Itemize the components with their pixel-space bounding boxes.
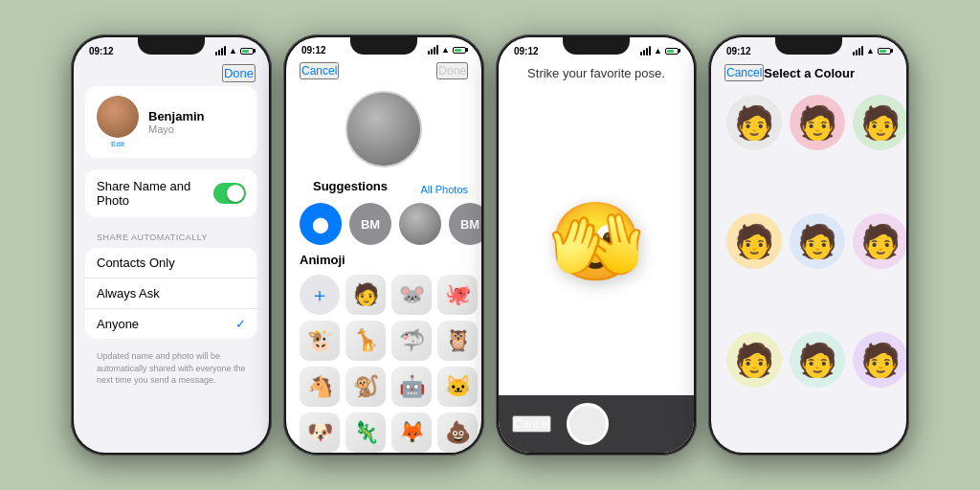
colour-item-1[interactable]: 🧑 xyxy=(790,95,845,150)
signal-icon xyxy=(640,46,651,56)
animoji-poop[interactable]: 💩 xyxy=(437,412,478,453)
share-row: Share Name and Photo xyxy=(85,169,257,217)
animoji-memoji[interactable]: 🧑 xyxy=(345,275,386,315)
colour-circle-2: 🧑 xyxy=(853,95,906,150)
colour-item-3[interactable]: 🧑 xyxy=(726,213,782,269)
photo-suggestion[interactable] xyxy=(399,203,441,245)
colour-circle-4: 🧑 xyxy=(790,213,845,269)
memoji-head-3: 🧑 xyxy=(734,222,774,260)
animoji-lizard[interactable]: 🦎 xyxy=(345,412,386,453)
phone2-notch xyxy=(350,37,417,55)
done-button[interactable]: Done xyxy=(222,64,256,82)
camera-suggestion[interactable]: ⬤ xyxy=(300,203,342,245)
phone3-notch xyxy=(563,37,630,55)
colour-circle-6: 🧑 xyxy=(726,332,782,388)
animoji-monkey[interactable]: 🐒 xyxy=(345,367,386,407)
phone-3: 09:12 ▲ Strike your favorite pose. 🫣 Can… xyxy=(496,34,697,456)
animoji-cow[interactable]: 🐮 xyxy=(300,321,340,361)
colour-item-4[interactable]: 🧑 xyxy=(790,213,845,269)
memoji-head-5: 🧑 xyxy=(860,222,901,260)
memoji-head-4: 🧑 xyxy=(797,222,837,260)
colour-item-8[interactable]: 🧑 xyxy=(853,332,906,388)
animoji-owl[interactable]: 🦉 xyxy=(437,321,478,361)
animoji-fox[interactable]: 🦊 xyxy=(391,412,432,453)
phone1-navbar: Done xyxy=(74,60,269,86)
memoji-head-2: 🧑 xyxy=(860,103,901,142)
animoji-octopus[interactable]: 🐙 xyxy=(437,275,478,315)
phone3-status-icons: ▲ xyxy=(640,46,679,56)
animoji-cat[interactable]: 🐱 xyxy=(437,367,478,407)
cancel-button[interactable]: Cancel xyxy=(724,64,764,81)
signal-icon xyxy=(428,45,438,55)
done-button[interactable]: Done xyxy=(436,62,468,79)
animoji-mouse[interactable]: 🐭 xyxy=(391,275,432,315)
colour-circle-3: 🧑 xyxy=(726,213,782,269)
cancel-button[interactable]: Cancel xyxy=(300,62,339,79)
animoji-robot[interactable]: 🤖 xyxy=(391,367,432,407)
animoji-horse[interactable]: 🐴 xyxy=(300,367,340,407)
phone4-time: 09:12 xyxy=(726,46,751,56)
avatar-sketch xyxy=(347,93,420,166)
share-label: Share Name and Photo xyxy=(97,179,213,208)
always-ask-label: Always Ask xyxy=(97,286,160,301)
avatar-face xyxy=(97,96,139,138)
colour-circle-5: 🧑 xyxy=(853,213,906,269)
battery-icon xyxy=(878,48,891,55)
colour-circle-7: 🧑 xyxy=(790,332,845,388)
section-header: SHARE AUTOMATICALLY xyxy=(74,229,269,246)
profile-section: Edit Benjamin Mayo xyxy=(85,86,257,158)
info-text: Updated name and photo will be automatic… xyxy=(74,350,269,387)
list-item-anyone[interactable]: Anyone ✓ xyxy=(85,309,257,339)
phone-1: 09:12 ▲ Done Edit xyxy=(71,34,272,456)
phone4-notch xyxy=(775,37,842,55)
toggle-switch[interactable] xyxy=(213,183,246,204)
colour-item-0[interactable]: 🧑 xyxy=(726,95,782,150)
list-item-always-ask[interactable]: Always Ask xyxy=(85,278,257,309)
camera-cancel-button[interactable]: Cancel xyxy=(512,415,551,433)
colour-grid: 🧑 🧑 🧑 🧑 xyxy=(711,85,906,453)
colour-item-5[interactable]: 🧑 xyxy=(853,213,906,269)
colour-item-7[interactable]: 🧑 xyxy=(790,332,845,388)
profile-sub: Mayo xyxy=(148,123,205,135)
battery-icon xyxy=(453,47,466,54)
animoji-grid: ＋ 🧑 🐭 🐙 🐮 🦒 🦈 🦉 🐴 🐒 🤖 🐱 🐶 🦎 🦊 💩 xyxy=(286,275,481,453)
anyone-label: Anyone xyxy=(97,317,139,331)
colour-item-6[interactable]: 🧑 xyxy=(726,332,782,388)
phone2-screen: 09:12 ▲ Cancel Done Suggestions xyxy=(286,37,481,453)
edit-label[interactable]: Edit xyxy=(97,140,139,148)
memoji-head-0: 🧑 xyxy=(734,103,774,142)
list-item-contacts[interactable]: Contacts Only xyxy=(85,248,257,278)
shutter-button[interactable] xyxy=(567,403,609,445)
checkmark-icon: ✓ xyxy=(235,317,246,331)
memoji-head-6: 🧑 xyxy=(734,341,774,379)
avatar-wrap: Edit xyxy=(97,96,139,148)
signal-icon xyxy=(215,46,226,56)
memoji-face: 🫣 xyxy=(548,197,644,287)
pose-header: Strike your favorite pose. xyxy=(499,60,694,88)
pose-area: 🫣 xyxy=(499,88,694,395)
wifi-icon: ▲ xyxy=(654,46,662,56)
animoji-dog[interactable]: 🐶 xyxy=(300,412,340,453)
initials-suggestion-2[interactable]: BM xyxy=(449,203,481,245)
memoji-head-8: 🧑 xyxy=(860,341,901,379)
animoji-shark[interactable]: 🦈 xyxy=(391,321,432,361)
avatar xyxy=(97,96,139,138)
profile-name: Benjamin xyxy=(148,109,205,123)
phone4-navbar: Cancel Select a Colour xyxy=(711,60,906,85)
wifi-icon: ▲ xyxy=(441,45,450,55)
camera-bar: Cancel xyxy=(499,395,694,453)
animoji-add-button[interactable]: ＋ xyxy=(300,275,340,315)
initials-suggestion-1[interactable]: BM xyxy=(349,203,391,245)
avatar-center xyxy=(286,91,481,167)
wifi-icon: ▲ xyxy=(229,46,237,56)
phone1-screen: 09:12 ▲ Done Edit xyxy=(74,37,269,453)
phone2-navbar: Cancel Done xyxy=(286,58,481,83)
animoji-giraffe[interactable]: 🦒 xyxy=(345,321,386,361)
contacts-only-label: Contacts Only xyxy=(97,256,175,270)
phone3-screen: 09:12 ▲ Strike your favorite pose. 🫣 Can… xyxy=(499,37,694,453)
all-photos-link[interactable]: All Photos xyxy=(420,184,468,195)
phone-2: 09:12 ▲ Cancel Done Suggestions xyxy=(283,34,484,456)
signal-icon xyxy=(853,46,863,56)
phone-4: 09:12 ▲ Cancel Select a Colour 🧑 xyxy=(708,34,909,456)
colour-item-2[interactable]: 🧑 xyxy=(853,95,906,150)
